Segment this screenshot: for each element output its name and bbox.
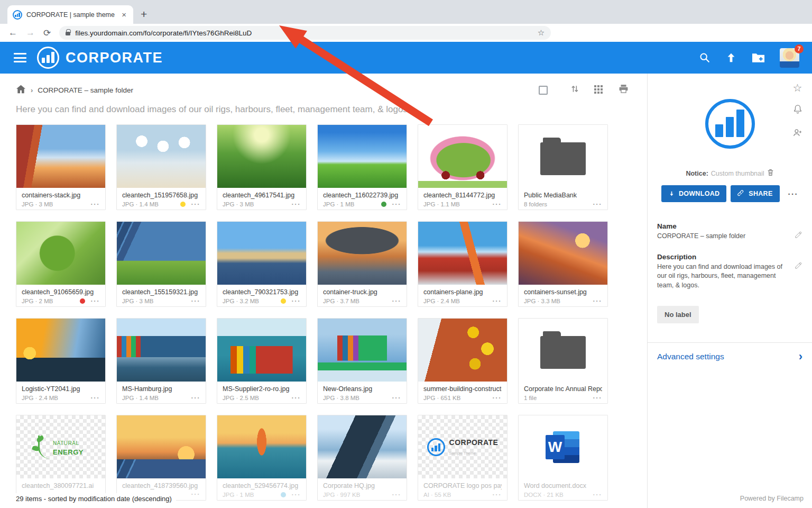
browser-tab[interactable]: CORPORATE | sample theme × <box>7 5 133 24</box>
no-label-chip[interactable]: No label <box>657 306 699 323</box>
share-button[interactable]: SHARE <box>731 185 779 202</box>
refresh-icon[interactable]: ⟳ <box>43 28 51 39</box>
file-menu-icon[interactable]: ··· <box>493 202 502 207</box>
avatar[interactable]: 7 <box>780 48 799 68</box>
file-menu-icon[interactable]: ··· <box>392 492 402 497</box>
file-name: cleantech_418739560.jpg <box>122 482 200 489</box>
back-icon[interactable]: ← <box>8 28 17 38</box>
add-folder-icon[interactable] <box>752 52 765 64</box>
file-card[interactable]: cleantech_81144772.jpg JPG · 1.1 MB··· <box>418 124 508 210</box>
file-menu-icon[interactable]: ··· <box>191 395 201 401</box>
powered-by: Powered by Filecamp <box>740 495 804 502</box>
chart-icon <box>427 438 445 456</box>
file-meta: JPG · 3 MB <box>223 201 254 207</box>
brand-name: CORPORATE <box>66 50 163 66</box>
file-menu-icon[interactable]: ··· <box>593 298 603 304</box>
file-menu-icon[interactable]: ··· <box>392 395 402 401</box>
file-meta: JPG · 3 MB <box>22 201 53 207</box>
notice-row: Notice: Custom thumbnail <box>648 169 812 178</box>
file-menu-icon[interactable]: ··· <box>593 395 603 401</box>
file-name: containers-plane.jpg <box>423 288 502 296</box>
file-card[interactable]: cleantech_790321753.jpg JPG · 3.2 MB··· <box>217 221 307 307</box>
file-menu-icon[interactable]: ··· <box>493 492 502 497</box>
file-menu-icon[interactable]: ··· <box>292 298 301 304</box>
file-card[interactable]: cleantech_151957658.jpg JPG · 1.4 MB··· <box>116 124 206 210</box>
folder-card[interactable]: Corporate Inc Annual Report 1 file··· <box>518 318 608 404</box>
delete-thumbnail-icon[interactable] <box>767 169 774 178</box>
file-card[interactable]: NATURALENERGY cleantech_380097721.ai ··· <box>16 415 106 501</box>
file-card[interactable]: MS-Supplier2-ro-ro.jpg JPG · 2.5 MB··· <box>217 318 307 404</box>
chevron-right-icon: › <box>799 353 802 360</box>
label-dot <box>381 202 386 207</box>
brand-logo[interactable]: CORPORATE <box>37 47 163 69</box>
download-button[interactable]: DOWNLOAD <box>661 185 726 202</box>
corporate-logo: CORPORATESample Theme <box>427 438 499 457</box>
file-card[interactable]: cleantech_155159321.jpg JPG · 3 MB··· <box>116 221 206 307</box>
notifications-bell-icon[interactable] <box>792 104 803 116</box>
file-card[interactable]: cleantech_91065659.jpg JPG · 2 MB··· <box>16 221 106 307</box>
file-menu-icon[interactable]: ··· <box>292 395 301 401</box>
file-menu-icon[interactable]: ··· <box>91 395 100 401</box>
file-card[interactable]: MS-Hamburg.jpg JPG · 1.4 MB··· <box>116 318 206 404</box>
print-icon[interactable] <box>618 84 629 96</box>
file-card[interactable]: container-truck.jpg JPG · 3.7 MB··· <box>317 221 407 307</box>
file-card[interactable]: containers-stack.jpg JPG · 3 MB··· <box>16 124 106 210</box>
file-card[interactable]: CORPORATESample Theme CORPORATE logo pos… <box>418 415 508 501</box>
file-menu-icon[interactable]: ··· <box>191 492 201 497</box>
tab-close-icon[interactable]: × <box>120 10 128 19</box>
file-card[interactable]: cleantech_418739560.jpg ··· <box>116 415 206 501</box>
file-card[interactable]: containers-sunset.jpg JPG · 3.3 MB··· <box>518 221 608 307</box>
file-thumbnail <box>318 222 407 285</box>
folder-card[interactable]: Public MediaBank 8 folders··· <box>518 124 608 210</box>
breadcrumb: › CORPORATE – sample folder <box>16 84 631 96</box>
favorite-star-icon[interactable]: ☆ <box>793 83 802 93</box>
file-thumbnail: CORPORATESample Theme <box>418 415 507 478</box>
file-card[interactable]: New-Orleans.jpg JPG · 3.8 MB··· <box>317 318 407 404</box>
file-card[interactable]: containers-plane.jpg JPG · 2.4 MB··· <box>418 221 508 307</box>
file-card[interactable]: W Word document.docx DOCX · 21 KB··· <box>518 415 608 501</box>
file-card[interactable]: summer-building-construction.jpg JPG · 6… <box>418 318 508 404</box>
file-menu-icon[interactable]: ··· <box>493 298 502 304</box>
file-menu-icon[interactable]: ··· <box>91 298 100 304</box>
edit-description-icon[interactable] <box>795 261 802 271</box>
search-icon[interactable] <box>699 52 710 64</box>
file-menu-icon[interactable]: ··· <box>91 202 100 207</box>
file-card[interactable]: cleantech_529456774.jpg JPG · 1 MB··· <box>217 415 307 501</box>
file-card[interactable]: Logistic-YT2041.jpg JPG · 2.4 MB··· <box>16 318 106 404</box>
home-icon[interactable] <box>16 85 26 96</box>
file-card[interactable]: cleantech_49617541.jpg JPG · 3 MB··· <box>217 124 307 210</box>
new-tab-button[interactable]: + <box>141 8 147 21</box>
url-text[interactable]: files.yourdomain.com/fo/corporate/fi/IYt… <box>75 29 533 37</box>
select-all-checkbox[interactable] <box>539 86 548 95</box>
file-card[interactable]: cleantech_116022739.jpg JPG · 1 MB··· <box>317 124 407 210</box>
file-menu-icon[interactable]: ··· <box>593 492 603 497</box>
app-header: CORPORATE 7 <box>0 42 812 74</box>
file-menu-icon[interactable]: ··· <box>392 298 402 304</box>
file-name: Corporate HQ.jpg <box>323 482 401 489</box>
share-users-icon[interactable] <box>792 128 803 140</box>
file-menu-icon[interactable]: ··· <box>292 492 301 497</box>
url-bar[interactable]: files.yourdomain.com/fo/corporate/fi/IYt… <box>59 26 551 40</box>
file-thumbnail <box>16 222 105 285</box>
sort-icon[interactable] <box>569 84 580 96</box>
file-menu-icon[interactable]: ··· <box>593 202 603 207</box>
breadcrumb-folder[interactable]: CORPORATE – sample folder <box>38 86 133 94</box>
file-menu-icon[interactable]: ··· <box>493 395 502 401</box>
menu-icon[interactable] <box>14 53 26 62</box>
sidebar-more-icon[interactable]: ··· <box>788 189 799 198</box>
grid-view-icon[interactable] <box>594 85 596 87</box>
site-favicon-icon <box>13 10 22 20</box>
file-thumbnail <box>418 319 507 382</box>
file-menu-icon[interactable]: ··· <box>191 298 201 304</box>
file-name: cleantech_380097721.ai <box>22 482 100 489</box>
file-menu-icon[interactable]: ··· <box>392 202 402 207</box>
file-menu-icon[interactable]: ··· <box>292 202 301 207</box>
file-menu-icon[interactable]: ··· <box>191 202 201 207</box>
advanced-settings-link[interactable]: Advanced settings › <box>648 343 812 370</box>
upload-icon[interactable] <box>725 52 737 64</box>
edit-name-icon[interactable] <box>795 231 802 241</box>
forward-icon[interactable]: → <box>26 28 35 38</box>
file-card[interactable]: Corporate HQ.jpg JPG · 997 KB··· <box>317 415 407 501</box>
bookmark-star-icon[interactable]: ☆ <box>538 28 545 38</box>
file-thumbnail <box>519 222 607 285</box>
